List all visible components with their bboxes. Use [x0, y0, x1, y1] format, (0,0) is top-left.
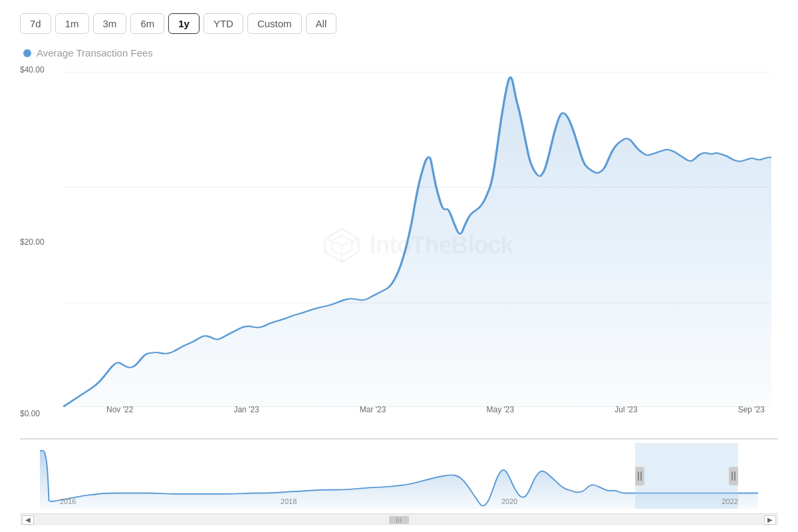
navigator-handle-right[interactable] [729, 467, 738, 485]
x-axis-label: Jan '23 [233, 405, 259, 414]
handle-line [732, 471, 733, 481]
handle-line [640, 471, 642, 481]
scroll-thumb[interactable]: ||| [389, 516, 409, 524]
x-axis-label: Nov '22 [106, 405, 133, 414]
time-btn-3m[interactable]: 3m [93, 13, 127, 34]
chart-wrapper: $40.00 $20.00 $0.00 IntoTheBlock [20, 65, 778, 525]
x-axis-labels: Nov '22Jan '23Mar '23May '23Jul '23Sep '… [106, 405, 765, 414]
time-btn-custom[interactable]: Custom [247, 13, 302, 34]
y-label-bot: $0.00 [20, 409, 60, 418]
legend-dot [23, 49, 31, 57]
scroll-bar: ◀ ||| ▶ [20, 513, 778, 525]
main-chart-plot: IntoTheBlock [63, 72, 771, 418]
x-axis-label: Mar '23 [360, 405, 386, 414]
time-btn-ytd[interactable]: YTD [203, 13, 243, 34]
handle-line [638, 471, 639, 481]
main-container: 7d1m3m6m1yYTDCustomAll Average Transacti… [0, 0, 798, 532]
main-chart-svg [63, 72, 771, 418]
mini-x-axis: 2016201820202022 [60, 497, 738, 505]
x-axis-label: May '23 [487, 405, 515, 414]
scroll-right-arrow[interactable]: ▶ [764, 515, 776, 525]
y-axis: $40.00 $20.00 $0.00 [20, 65, 60, 418]
navigator-handle-left[interactable] [635, 467, 644, 485]
main-chart-area: $40.00 $20.00 $0.00 IntoTheBlock [20, 65, 778, 439]
time-btn-7d[interactable]: 7d [20, 13, 51, 34]
time-btn-all[interactable]: All [306, 13, 337, 34]
time-btn-6m[interactable]: 6m [130, 13, 164, 34]
legend-label: Average Transaction Fees [37, 47, 153, 59]
handle-line [734, 471, 735, 481]
mini-x-label: 2018 [281, 497, 297, 505]
y-label-top: $40.00 [20, 65, 60, 74]
chart-legend: Average Transaction Fees [20, 47, 778, 59]
mini-x-label: 2022 [722, 497, 737, 505]
time-btn-1y[interactable]: 1y [168, 13, 200, 34]
y-label-mid: $20.00 [20, 237, 60, 247]
navigator-section: 2016201820202022 ◀ ||| ▶ [20, 439, 778, 525]
x-axis-label: Sep '23 [738, 405, 765, 414]
scroll-left-arrow[interactable]: ◀ [22, 515, 34, 525]
time-range-toolbar: 7d1m3m6m1yYTDCustomAll [20, 13, 778, 34]
mini-x-label: 2016 [60, 497, 76, 505]
mini-chart-plot: 2016201820202022 [40, 443, 758, 509]
mini-x-label: 2020 [501, 497, 517, 505]
time-btn-1m[interactable]: 1m [55, 13, 89, 34]
x-axis-label: Jul '23 [614, 405, 637, 414]
